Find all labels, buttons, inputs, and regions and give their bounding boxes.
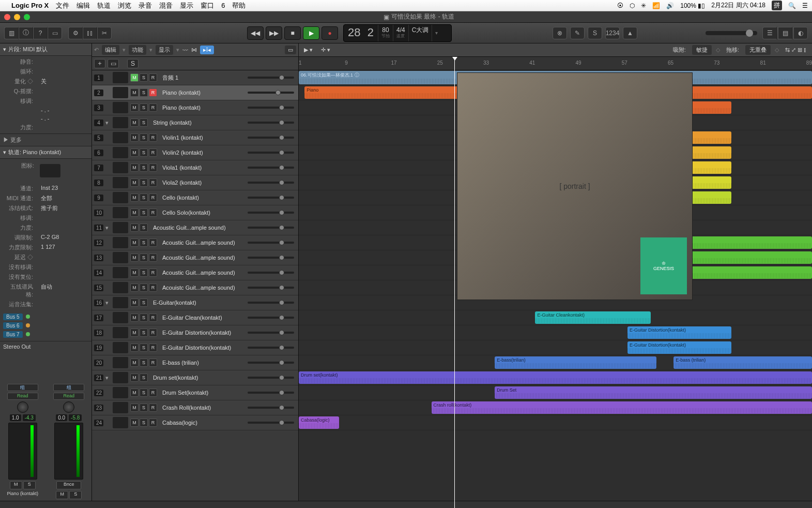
- track-name[interactable]: Viola2 (kontakt): [159, 180, 246, 186]
- track-volume-slider[interactable]: [248, 107, 294, 109]
- track-name[interactable]: Viola1 (kontakt): [159, 165, 246, 171]
- track-volume-slider[interactable]: [248, 242, 294, 244]
- track-func-menu[interactable]: 功能: [129, 45, 146, 55]
- master-volume-slider[interactable]: [706, 31, 757, 35]
- solo-button[interactable]: S: [140, 298, 148, 307]
- menu-file[interactable]: 文件: [56, 1, 69, 10]
- inspector-row[interactable]: 没有复位:: [2, 272, 89, 282]
- midi-region[interactable]: E-Guitar Distortion(kontakt): [627, 341, 731, 354]
- track-name[interactable]: Cello (kontakt): [159, 195, 246, 201]
- inspector-row[interactable]: 移调:: [2, 96, 89, 106]
- snap-mode[interactable]: 敏捷: [692, 45, 712, 55]
- date-time[interactable]: 2月22日 周六 04:18: [711, 1, 765, 10]
- solo-button[interactable]: S: [140, 404, 148, 412]
- track-volume-slider[interactable]: [248, 92, 294, 94]
- solo-button[interactable]: S: [140, 419, 148, 427]
- notepad-button[interactable]: ▤: [778, 27, 792, 39]
- bus-7[interactable]: Bus 7: [3, 331, 23, 338]
- mixer-button[interactable]: ⫿⫿: [83, 27, 97, 39]
- track-inspector-header[interactable]: ▾ 轨道: Piano (kontakt): [0, 146, 91, 159]
- solo-button[interactable]: S: [140, 223, 148, 232]
- library-button[interactable]: ▥: [4, 27, 19, 39]
- track-row[interactable]: 13 M S R Acoustic Guit...ample sound): [92, 250, 298, 265]
- editors-button[interactable]: ✂: [97, 27, 112, 39]
- record-enable-button[interactable]: R: [149, 358, 157, 367]
- forward-button[interactable]: ▶▶: [266, 26, 282, 40]
- track-volume-slider[interactable]: [248, 317, 294, 319]
- track-name[interactable]: Violin1 (kontakt): [159, 135, 246, 141]
- menu-window[interactable]: 窗口: [201, 1, 214, 10]
- mute-button[interactable]: M: [130, 404, 139, 412]
- solo-button[interactable]: S: [140, 389, 148, 397]
- record-enable-button[interactable]: R: [149, 133, 157, 142]
- mute-button[interactable]: M: [130, 313, 139, 322]
- track-volume-slider[interactable]: [248, 302, 294, 304]
- record-enable-button[interactable]: R: [149, 283, 157, 292]
- track-row[interactable]: 16 ▾ M S E-Guitar(kontakt): [92, 295, 298, 310]
- record-enable-button[interactable]: R: [149, 178, 157, 187]
- track-row[interactable]: 22 M S R Drum Set(kontakt): [92, 385, 298, 400]
- track-name[interactable]: Drum Set(kontakt): [159, 390, 246, 396]
- mute-button[interactable]: M: [130, 208, 139, 217]
- menu-view[interactable]: 显示: [180, 1, 193, 10]
- list-editors-button[interactable]: ☰: [762, 27, 777, 39]
- mute-button[interactable]: M: [130, 298, 139, 307]
- mute-right[interactable]: M: [56, 491, 68, 499]
- track-name[interactable]: Acoustic Guit...ample sound): [159, 240, 246, 246]
- record-enable-button[interactable]: R: [149, 419, 157, 427]
- solo-button[interactable]: S: [140, 193, 148, 202]
- track-volume-slider[interactable]: [248, 212, 294, 214]
- toolbar-button[interactable]: ▭: [48, 27, 62, 39]
- automation-mode-right[interactable]: Read: [53, 393, 84, 400]
- region-inspector-header[interactable]: ▾ 片段: MIDI 默认: [0, 43, 91, 56]
- menu-record[interactable]: 录音: [139, 1, 152, 10]
- mute-button[interactable]: M: [130, 343, 139, 352]
- mute-button[interactable]: M: [130, 253, 139, 262]
- fader-right[interactable]: [54, 423, 83, 480]
- inspector-button[interactable]: ⓘ: [19, 27, 33, 39]
- track-name[interactable]: 音频 1: [159, 74, 246, 82]
- record-enable-button[interactable]: R: [149, 103, 157, 112]
- smart-controls-button[interactable]: ⚙: [68, 27, 83, 39]
- track-name[interactable]: String (kontakt): [150, 119, 246, 126]
- track-row[interactable]: 7 M S R Viola1 (kontakt): [92, 160, 298, 175]
- record-enable-button[interactable]: R: [149, 268, 157, 277]
- panel-toggle[interactable]: ▭: [285, 46, 296, 54]
- track-volume-slider[interactable]: [248, 272, 294, 274]
- volume-icon[interactable]: 🔊: [666, 2, 674, 9]
- record-button[interactable]: ●: [321, 26, 338, 40]
- mute-button[interactable]: M: [130, 238, 139, 247]
- drag-mode[interactable]: 无重叠: [745, 45, 771, 55]
- track-volume-slider[interactable]: [248, 122, 294, 124]
- bar-ruler[interactable]: 1917253341495765738189: [299, 57, 812, 70]
- track-row[interactable]: 23 M S R Crash Roll(kontakt): [92, 400, 298, 415]
- inspector-row[interactable]: 通道:Inst 23: [2, 184, 89, 193]
- mute-button[interactable]: M: [130, 268, 139, 277]
- zoom-tools[interactable]: ⇆ ⤢ ⊞ ⫿: [783, 46, 809, 54]
- track-row[interactable]: 8 M S R Viola2 (kontakt): [92, 175, 298, 190]
- solo-button[interactable]: S: [140, 253, 148, 262]
- record-enable-button[interactable]: R: [149, 313, 157, 322]
- ime-indicator[interactable]: 拼: [772, 1, 782, 10]
- close-button[interactable]: [4, 14, 10, 20]
- wifi-icon[interactable]: 📶: [652, 2, 660, 9]
- inspector-row[interactable]: 力度限制:1 127: [2, 243, 89, 252]
- solo-button[interactable]: S: [140, 73, 148, 82]
- solo-button[interactable]: S: [140, 103, 148, 112]
- track-row[interactable]: 24 M S R Cabasa(logic): [92, 415, 298, 430]
- lane[interactable]: Crash roll(kontakt): [299, 400, 812, 415]
- record-enable-button[interactable]: R: [149, 148, 157, 157]
- track-volume-slider[interactable]: [248, 332, 294, 334]
- track-name[interactable]: E-Guitar Distortion(kontakt): [159, 345, 246, 351]
- global-solo-button[interactable]: S: [127, 59, 139, 68]
- track-row[interactable]: 17 M S R E-Guitar Clean(kontakt): [92, 310, 298, 325]
- track-row[interactable]: 20 M S R E-bass (trilian): [92, 355, 298, 370]
- alt-tool[interactable]: ✛ ▾: [319, 46, 332, 54]
- track-icon[interactable]: [40, 164, 60, 177]
- track-name[interactable]: Violin2 (kontakt): [159, 150, 246, 156]
- track-volume-slider[interactable]: [248, 197, 294, 199]
- track-name[interactable]: E-Guitar Clean(kontakt): [159, 315, 246, 321]
- track-volume-slider[interactable]: [248, 167, 294, 169]
- playhead[interactable]: [454, 57, 455, 508]
- lane[interactable]: Drum Set: [299, 385, 812, 400]
